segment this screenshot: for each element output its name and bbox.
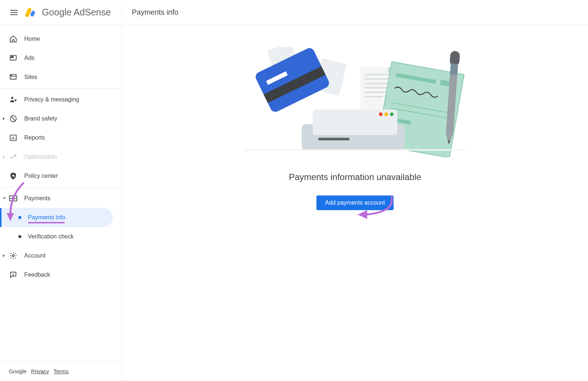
sidebar-item-label: Policy center bbox=[24, 173, 58, 179]
bullet-icon bbox=[18, 235, 21, 238]
sidebar-item-label: Payments info bbox=[28, 214, 65, 221]
svg-point-14 bbox=[12, 197, 14, 200]
svg-marker-53 bbox=[358, 210, 367, 219]
adsense-logo-icon bbox=[26, 7, 37, 18]
sidebar-subitem-payments-info[interactable]: Payments info bbox=[0, 208, 113, 227]
brand-google: Google bbox=[42, 7, 72, 17]
sidebar-item-optimization[interactable]: Optimization bbox=[0, 147, 122, 166]
home-icon bbox=[9, 35, 18, 43]
header: Google AdSense Payments info bbox=[0, 0, 588, 25]
brand-text: Google AdSense bbox=[42, 7, 111, 18]
svg-rect-1 bbox=[11, 56, 14, 58]
sidebar: Home Ads Sites bbox=[0, 25, 122, 381]
nav-separator bbox=[0, 187, 122, 187]
settings-icon bbox=[9, 251, 18, 260]
svg-rect-44 bbox=[313, 109, 397, 135]
caret-down-icon bbox=[3, 198, 6, 200]
privacy-icon bbox=[9, 95, 18, 104]
sidebar-item-reports[interactable]: Reports bbox=[0, 128, 122, 147]
bullet-icon bbox=[18, 216, 21, 219]
page-title: Payments info bbox=[132, 8, 179, 17]
sidebar-item-label: Home bbox=[24, 36, 40, 42]
sidebar-item-privacy[interactable]: Privacy & messaging bbox=[0, 90, 122, 109]
sidebar-footer: Google Privacy Terms bbox=[0, 361, 122, 381]
svg-point-47 bbox=[390, 112, 394, 116]
ads-icon bbox=[9, 54, 18, 62]
footer-brand: Google bbox=[9, 368, 26, 374]
optimization-icon bbox=[9, 152, 18, 161]
svg-point-46 bbox=[384, 112, 388, 116]
active-indicator bbox=[0, 208, 1, 227]
svg-point-45 bbox=[379, 112, 383, 116]
sidebar-item-label: Brand safety bbox=[24, 115, 57, 122]
add-payments-account-button[interactable]: Add payments account bbox=[316, 195, 394, 210]
sidebar-item-label: Feedback bbox=[24, 272, 50, 278]
sidebar-item-label: Account bbox=[24, 252, 46, 259]
sites-icon bbox=[9, 73, 18, 82]
caret-right-icon bbox=[3, 117, 5, 120]
svg-rect-40 bbox=[450, 64, 458, 75]
menu-icon bbox=[10, 10, 18, 15]
sidebar-item-label: Reports bbox=[24, 134, 45, 141]
menu-button[interactable] bbox=[5, 4, 23, 21]
header-separator bbox=[121, 5, 122, 20]
policy-icon bbox=[9, 172, 18, 180]
reports-icon bbox=[9, 133, 18, 142]
nav-separator bbox=[0, 88, 122, 89]
sidebar-item-label: Optimization bbox=[24, 154, 57, 160]
feedback-icon bbox=[9, 270, 18, 279]
sidebar-item-feedback[interactable]: Feedback bbox=[0, 265, 122, 284]
sidebar-item-label: Payments bbox=[24, 195, 50, 202]
sidebar-item-label: Verification check bbox=[28, 233, 74, 240]
nav: Home Ads Sites bbox=[0, 25, 122, 361]
sidebar-item-brand-safety[interactable]: Brand safety bbox=[0, 109, 122, 128]
caret-right-icon bbox=[3, 155, 5, 158]
annotation-underline bbox=[28, 222, 65, 223]
svg-point-17 bbox=[12, 255, 14, 257]
sidebar-subitem-verification[interactable]: Verification check bbox=[0, 227, 113, 246]
svg-rect-49 bbox=[254, 47, 331, 114]
footer-terms-link[interactable]: Terms bbox=[54, 368, 69, 374]
svg-point-5 bbox=[11, 97, 13, 99]
svg-point-4 bbox=[11, 75, 11, 75]
payments-icon bbox=[9, 194, 18, 203]
svg-line-7 bbox=[11, 117, 15, 121]
main-content: Payments information unavailable Add pay… bbox=[122, 25, 588, 381]
svg-rect-48 bbox=[318, 138, 349, 140]
sidebar-item-label: Sites bbox=[24, 74, 37, 80]
sidebar-item-payments[interactable]: Payments bbox=[0, 189, 122, 208]
empty-state-message: Payments information unavailable bbox=[289, 172, 421, 182]
sidebar-item-ads[interactable]: Ads bbox=[0, 48, 122, 68]
sidebar-item-label: Ads bbox=[24, 55, 35, 61]
svg-rect-52 bbox=[245, 149, 465, 151]
sidebar-item-label: Privacy & messaging bbox=[24, 96, 79, 103]
caret-right-icon bbox=[3, 254, 5, 257]
sidebar-item-account[interactable]: Account bbox=[0, 246, 122, 265]
footer-privacy-link[interactable]: Privacy bbox=[31, 368, 49, 374]
sidebar-item-sites[interactable]: Sites bbox=[0, 68, 122, 87]
payments-illustration bbox=[237, 47, 473, 157]
logo[interactable]: Google AdSense bbox=[26, 7, 111, 18]
sidebar-item-policy[interactable]: Policy center bbox=[0, 166, 122, 186]
brand-product: AdSense bbox=[74, 7, 111, 17]
brand-safety-icon bbox=[9, 114, 18, 123]
svg-point-19 bbox=[13, 275, 13, 276]
sidebar-item-home[interactable]: Home bbox=[0, 29, 122, 48]
